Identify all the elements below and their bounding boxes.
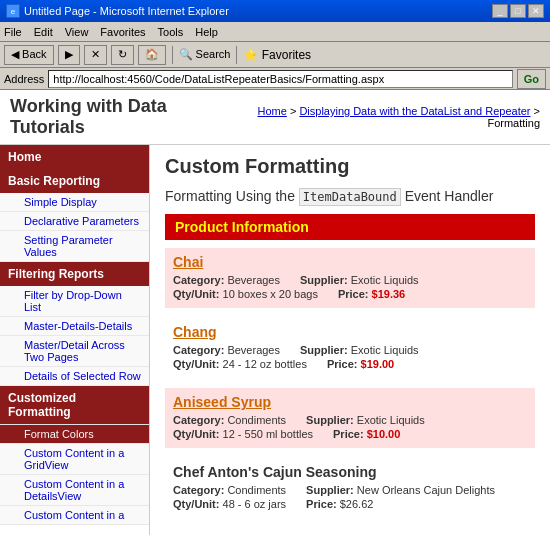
product-details-aniseed-syrup: Category: Condiments Supplier: Exotic Li… [173, 414, 527, 440]
menu-help[interactable]: Help [195, 26, 218, 38]
breadcrumb-current: Formatting [487, 117, 540, 129]
minimize-button[interactable]: _ [492, 4, 508, 18]
close-button[interactable]: ✕ [528, 4, 544, 18]
sidebar-group-basic-reporting[interactable]: Basic Reporting [0, 169, 149, 193]
go-button[interactable]: Go [517, 69, 546, 89]
window-title: Untitled Page - Microsoft Internet Explo… [24, 5, 229, 17]
sidebar-item-custom-content[interactable]: Custom Content in a [0, 506, 149, 525]
product-details-chef-anton: Category: Condiments Supplier: New Orlea… [173, 484, 527, 510]
product-name-chef-anton[interactable]: Chef Anton's Cajun Seasoning [173, 464, 527, 480]
menu-bar: File Edit View Favorites Tools Help [0, 22, 550, 42]
product-card-chai: Chai Category: Beverages Supplier: Exoti… [165, 248, 535, 308]
product-details-chai: Category: Beverages Supplier: Exotic Liq… [173, 274, 527, 300]
breadcrumb-home[interactable]: Home [257, 105, 286, 117]
window-controls[interactable]: _ □ ✕ [492, 4, 544, 18]
title-bar: e Untitled Page - Microsoft Internet Exp… [0, 0, 550, 22]
menu-tools[interactable]: Tools [158, 26, 184, 38]
maximize-button[interactable]: □ [510, 4, 526, 18]
sidebar-group-home[interactable]: Home [0, 145, 149, 169]
sidebar-item-filter-dropdown[interactable]: Filter by Drop-Down List [0, 286, 149, 317]
home-button[interactable]: 🏠 [138, 45, 166, 65]
search-group: 🔍 Search [179, 48, 231, 61]
menu-file[interactable]: File [4, 26, 22, 38]
breadcrumb-parent[interactable]: Displaying Data with the DataList and Re… [299, 105, 530, 117]
menu-favorites[interactable]: Favorites [100, 26, 145, 38]
sub-heading-code: ItemDataBound [299, 188, 401, 206]
sidebar-group-customized-formatting[interactable]: Customized Formatting [0, 386, 149, 425]
favorites-label: ⭐ Favorites [243, 48, 311, 62]
toolbar: ◀ Back ▶ ✕ ↻ 🏠 🔍 Search ⭐ Favorites [0, 42, 550, 68]
search-label: 🔍 Search [179, 48, 231, 61]
sub-heading: Formatting Using the ItemDataBound Event… [165, 188, 535, 204]
toolbar-separator-2 [236, 46, 237, 64]
product-card-aniseed-syrup: Aniseed Syrup Category: Condiments Suppl… [165, 388, 535, 448]
product-name-chang[interactable]: Chang [173, 324, 527, 340]
page-wrapper: Working with Data Tutorials Home > Displ… [0, 90, 550, 535]
sidebar-item-master-detail-two-pages[interactable]: Master/Detail Across Two Pages [0, 336, 149, 367]
main-heading: Custom Formatting [165, 155, 535, 178]
sidebar-item-format-colors[interactable]: Format Colors [0, 425, 149, 444]
forward-button[interactable]: ▶ [58, 45, 80, 65]
product-name-aniseed-syrup[interactable]: Aniseed Syrup [173, 394, 527, 410]
toolbar-separator [172, 46, 173, 64]
address-label: Address [4, 73, 44, 85]
browser-icon: e [6, 4, 20, 18]
sub-heading-suffix: Event Handler [401, 188, 494, 204]
product-info-header: Product Information [165, 214, 535, 240]
menu-view[interactable]: View [65, 26, 89, 38]
content-area: Home Basic Reporting Simple Display Decl… [0, 145, 550, 535]
main-content: Custom Formatting Formatting Using the I… [150, 145, 550, 535]
sidebar-item-custom-gridview[interactable]: Custom Content in a GridView [0, 444, 149, 475]
sidebar-item-declarative-parameters[interactable]: Declarative Parameters [0, 212, 149, 231]
stop-button[interactable]: ✕ [84, 45, 107, 65]
menu-edit[interactable]: Edit [34, 26, 53, 38]
page-header: Working with Data Tutorials Home > Displ… [0, 90, 550, 145]
sidebar-item-setting-parameter-values[interactable]: Setting Parameter Values [0, 231, 149, 262]
sidebar: Home Basic Reporting Simple Display Decl… [0, 145, 150, 535]
sidebar-item-selected-row[interactable]: Details of Selected Row [0, 367, 149, 386]
sidebar-item-simple-display[interactable]: Simple Display [0, 193, 149, 212]
refresh-button[interactable]: ↻ [111, 45, 134, 65]
product-details-chang: Category: Beverages Supplier: Exotic Liq… [173, 344, 527, 370]
sidebar-item-custom-detailsview[interactable]: Custom Content in a DetailsView [0, 475, 149, 506]
sidebar-item-master-details[interactable]: Master-Details-Details [0, 317, 149, 336]
address-input[interactable] [48, 70, 512, 88]
back-button[interactable]: ◀ Back [4, 45, 54, 65]
product-card-chang: Chang Category: Beverages Supplier: Exot… [165, 318, 535, 378]
sidebar-group-filtering-reports[interactable]: Filtering Reports [0, 262, 149, 286]
sub-heading-prefix: Formatting Using the [165, 188, 299, 204]
product-name-chai[interactable]: Chai [173, 254, 527, 270]
breadcrumb: Home > Displaying Data with the DataList… [228, 105, 540, 129]
address-bar: Address Go [0, 68, 550, 90]
product-card-chef-anton: Chef Anton's Cajun Seasoning Category: C… [165, 458, 535, 518]
site-title: Working with Data Tutorials [10, 96, 228, 138]
